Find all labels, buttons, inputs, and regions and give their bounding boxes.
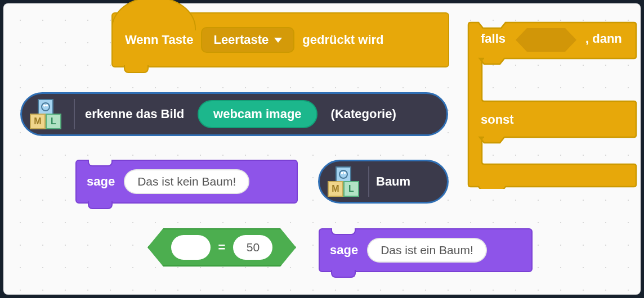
ml-label-text: Baum <box>376 174 410 189</box>
block-notch <box>88 160 113 166</box>
ml-extension-icon: M L <box>328 166 361 197</box>
then-label: , dann <box>585 31 622 46</box>
block-notch <box>124 65 149 73</box>
say-label: sage <box>87 174 115 189</box>
else-label: sonst <box>481 112 514 127</box>
operator-symbol: = <box>218 240 226 255</box>
ml-recognise-image-block[interactable]: M L erkenne das Bild webcam image (Kateg… <box>20 92 448 136</box>
operator-right-slot[interactable]: 50 <box>233 235 272 260</box>
key-dropdown-value: Leertaste <box>213 33 269 47</box>
hat-curve <box>111 0 196 30</box>
divider <box>368 166 369 197</box>
say-text-input[interactable]: Das ist kein Baum! <box>124 169 249 194</box>
chevron-down-icon <box>274 38 282 43</box>
event-key-pressed-block[interactable]: Wenn Taste Leertaste gedrückt wird <box>111 12 449 67</box>
say-block-2[interactable]: sage Das ist ein Baum! <box>319 228 533 272</box>
ml-extension-icon: M L <box>30 99 64 129</box>
hat-suffix-label: gedrückt wird <box>302 33 383 47</box>
script-canvas[interactable]: Wenn Taste Leertaste gedrückt wird M L e… <box>3 3 641 295</box>
hat-prefix-label: Wenn Taste <box>125 33 193 47</box>
boolean-condition-slot[interactable] <box>516 28 576 52</box>
ml-recognise-label: erkenne das Bild <box>85 107 184 121</box>
key-dropdown[interactable]: Leertaste <box>201 27 294 53</box>
block-notch <box>331 228 356 235</box>
divider <box>74 99 75 129</box>
equals-operator-block[interactable]: = 50 <box>147 228 296 267</box>
ml-recognise-suffix: (Kategorie) <box>331 107 396 121</box>
if-label: falls <box>481 31 506 46</box>
operator-left-slot[interactable] <box>171 235 211 260</box>
say-text-input[interactable]: Das ist ein Baum! <box>367 238 487 263</box>
block-notch <box>88 201 113 209</box>
block-notch <box>331 270 356 278</box>
webcam-image-label: webcam image <box>213 107 302 121</box>
say-label: sage <box>330 243 358 258</box>
webcam-image-reporter[interactable]: webcam image <box>198 100 317 128</box>
say-block-1[interactable]: sage Das ist kein Baum! <box>75 160 298 204</box>
ml-label-block[interactable]: M L Baum <box>318 160 449 204</box>
if-else-block[interactable]: falls , dann sonst <box>467 20 637 189</box>
